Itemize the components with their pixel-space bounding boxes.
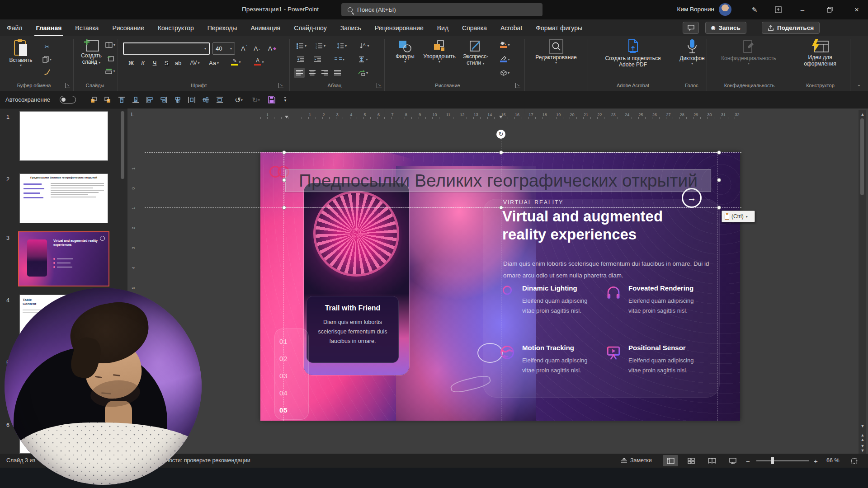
slide-sorter-view-button[interactable] [684,455,699,466]
text-shadow-button[interactable]: S [161,58,172,68]
share-button[interactable]: Поделиться [762,22,820,34]
tab-insert[interactable]: Вставка [68,19,105,36]
bullets-button[interactable]: ▾ [295,41,308,51]
collapse-ribbon-button[interactable]: ⌃ [854,81,864,91]
copy-button[interactable]: ▾ [42,54,52,64]
selection-handle[interactable] [717,150,721,155]
shape-fill-button[interactable]: ▾ [497,40,513,50]
align-center-objects-icon[interactable] [173,95,183,104]
undo-button[interactable]: ↺▾ [231,95,246,104]
reading-view-button[interactable] [704,455,720,466]
tab-file[interactable]: Файл [0,19,29,36]
accessibility-status[interactable]: ности: проверьте рекомендации [166,457,250,464]
increase-indent-button[interactable] [312,54,323,64]
tab-transitions[interactable]: Переходы [201,19,244,36]
create-pdf-button[interactable]: Создать и поделитьсяAdobe PDF [597,39,669,68]
paste-button[interactable]: Вставить▾ [5,39,37,67]
qat-overflow-button[interactable]: ▾ [280,95,290,104]
paragraph-dialog-launcher[interactable]: ↘ [377,83,382,88]
font-name-combo[interactable]: ▾ [123,42,210,55]
record-button[interactable]: ◉Запись [705,22,746,34]
previous-slide-button[interactable]: ▲▲ [859,433,866,442]
account-name[interactable]: Ким Воронин [677,6,714,13]
underline-button[interactable]: Ч [149,58,160,68]
ribbon-display-options-icon[interactable] [768,0,788,19]
character-spacing-button[interactable]: AV▾ [187,58,203,68]
tab-home[interactable]: Главная [29,19,68,36]
text-direction-button[interactable]: A▾ [357,41,372,51]
clipboard-dialog-launcher[interactable]: ↘ [65,83,70,88]
shape-effects-button[interactable]: ▾ [497,68,513,78]
close-button[interactable]: × [846,0,867,19]
scroll-up-icon[interactable]: ▲ [859,112,866,117]
align-middle-icon[interactable] [201,95,211,104]
shapes-button[interactable]: Фигуры▾ [390,39,420,64]
change-case-button[interactable]: Aa▾ [206,58,222,68]
bold-button[interactable]: Ж [126,58,137,68]
italic-button[interactable]: К [137,58,148,68]
tab-draw[interactable]: Рисование [105,19,151,36]
columns-button[interactable]: ▾ [332,54,347,64]
align-right-objects-icon[interactable] [159,95,169,104]
cut-button[interactable]: ✂ [42,42,52,52]
distribute-vertical-icon[interactable] [215,95,225,104]
search-box[interactable]: Поиск (Alt+Ы) [341,3,542,16]
align-center-button[interactable] [307,68,317,78]
arrange-button[interactable]: Упорядочить▾ [421,39,458,64]
zoom-slider-thumb[interactable] [771,457,774,464]
rotation-handle[interactable]: ↻ [496,130,505,139]
slide-thumbnail-3-selected[interactable]: Virtual and augmented reality experience… [18,231,109,286]
zoom-in-button[interactable]: + [814,457,818,465]
line-spacing-button[interactable]: ▾ [335,41,349,51]
send-backward-icon[interactable] [103,95,113,104]
selection-handle[interactable] [717,206,721,210]
selection-handle[interactable] [282,178,286,182]
selection-handle[interactable] [717,178,721,182]
selection-handle[interactable] [499,150,503,155]
align-bottom-icon[interactable] [131,95,141,104]
dictate-button[interactable]: Диктофон▾ [678,39,706,66]
zoom-slider-track[interactable] [756,460,809,461]
zoom-level[interactable]: 66 % [826,457,840,464]
zoom-out-button[interactable]: − [746,457,750,465]
designer-button[interactable]: Идеи дляоформления [795,39,845,67]
font-dialog-launcher[interactable]: ↘ [278,83,283,88]
restore-button[interactable] [819,0,840,19]
font-color-button[interactable]: А▾ [251,57,267,67]
tab-slideshow[interactable]: Слайд-шоу [287,19,334,36]
avatar[interactable] [719,3,731,16]
reset-slide-button[interactable] [105,53,116,63]
align-top-icon[interactable] [117,95,127,104]
minimize-button[interactable]: – [792,0,813,19]
align-right-button[interactable] [319,68,330,78]
numbering-button[interactable]: 123▾ [314,41,327,51]
clear-formatting-button[interactable]: A◆ [267,43,278,53]
new-slide-button[interactable]: Создатьслайд ▾ [77,39,106,65]
tab-view[interactable]: Вид [430,19,455,36]
justify-button[interactable] [332,68,343,78]
decrease-indent-button[interactable] [295,54,306,64]
quick-styles-button[interactable]: Экспресс-стили ▾ [458,39,493,66]
shape-outline-button[interactable]: ▾ [497,54,513,64]
fit-slide-button[interactable] [846,455,862,466]
thumbnail-scrollbar[interactable] [121,111,124,179]
pen-customize-icon[interactable]: ✎ [744,0,765,19]
tab-help[interactable]: Справка [455,19,494,36]
selection-handle[interactable] [282,206,286,210]
tab-design[interactable]: Конструктор [151,19,201,36]
font-size-combo[interactable]: 40▾ [212,42,235,55]
normal-view-button[interactable] [663,455,678,466]
comments-button[interactable] [683,22,699,34]
grow-font-button[interactable]: Aˆ [239,43,250,53]
align-left-button[interactable] [294,68,305,78]
notes-button[interactable]: Заметки [621,457,652,464]
tab-animations[interactable]: Анимация [244,19,287,36]
scrollbar-thumb[interactable] [860,118,864,195]
slide-thumbnail-1[interactable] [19,111,108,161]
slide-layout-button[interactable]: ▾ [105,40,116,50]
shrink-font-button[interactable]: Aˇ [251,43,262,53]
tab-shape-format[interactable]: Формат фигуры [529,19,589,36]
selection-handle[interactable] [282,150,286,155]
scroll-down-icon[interactable]: ▼ [859,424,866,428]
slideshow-view-button[interactable] [725,455,741,466]
